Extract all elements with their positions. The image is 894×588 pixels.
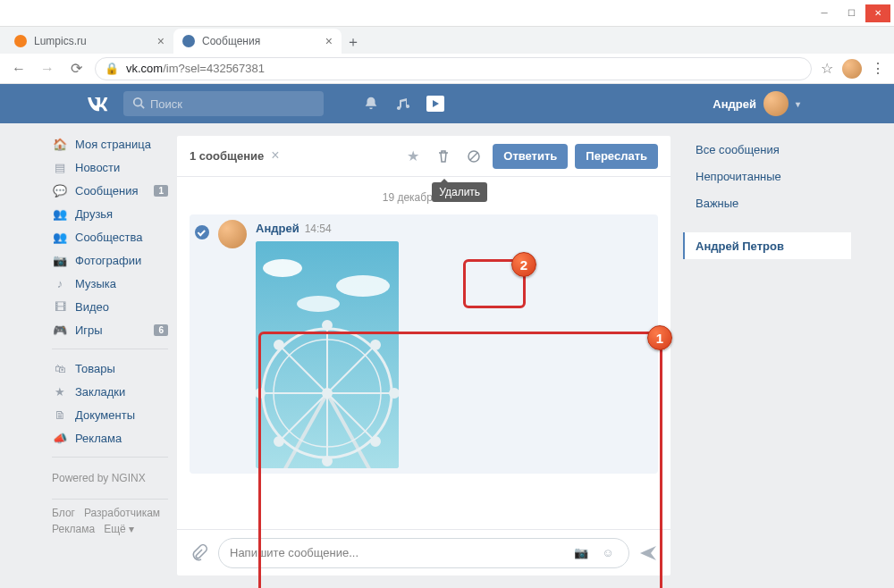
nav-label: Сообщества <box>75 231 143 244</box>
vk-user-menu[interactable]: Андрей ▾ <box>713 91 805 116</box>
svg-point-16 <box>371 340 380 349</box>
maximize-button[interactable]: ☐ <box>839 4 864 22</box>
close-tab-icon[interactable]: × <box>325 34 333 48</box>
selected-checkmark-icon[interactable] <box>195 225 209 239</box>
notifications-icon[interactable] <box>358 90 384 117</box>
forward-button[interactable]: Переслать <box>575 144 658 169</box>
compose-input[interactable]: Напишите сообщение... 📷 ☺ <box>218 538 629 568</box>
close-window-button[interactable]: ✕ <box>865 4 890 22</box>
favicon-icon <box>182 35 195 47</box>
nav-item-messages[interactable]: 💬Сообщения1 <box>46 179 173 202</box>
delete-action-icon[interactable]: Удалить <box>432 145 455 168</box>
filter-important[interactable]: Важные <box>683 189 851 216</box>
star-icon[interactable]: ☆ <box>821 60 833 77</box>
message-author[interactable]: Андрей <box>256 222 299 235</box>
nav-label: Сообщения <box>75 184 139 197</box>
vk-search-input[interactable]: Поиск <box>123 91 324 116</box>
svg-point-0 <box>134 97 142 105</box>
search-icon <box>132 97 145 112</box>
home-icon: 🏠 <box>52 136 68 152</box>
powered-by-text: Powered by NGINX <box>46 465 173 491</box>
camera-icon: 📷 <box>52 252 68 268</box>
svg-point-5 <box>263 259 302 277</box>
nav-item-bookmarks[interactable]: ★Закладки <box>46 380 173 403</box>
svg-point-20 <box>371 437 380 446</box>
left-nav: 🏠Моя страница ▤Новости 💬Сообщения1 👥Друз… <box>43 123 177 588</box>
nav-label: Музыка <box>75 277 116 290</box>
profile-avatar-icon[interactable] <box>842 59 862 79</box>
footer-links: Блог Разработчикам Реклама Ещё ▾ <box>46 507 173 535</box>
nav-item-music[interactable]: ♪Музыка <box>46 272 173 295</box>
market-icon: 🛍 <box>52 360 68 376</box>
footer-link[interactable]: Разработчикам <box>84 507 160 519</box>
avatar-icon[interactable] <box>218 220 247 248</box>
nav-item-my-page[interactable]: 🏠Моя страница <box>46 132 173 155</box>
video-icon: 🎞 <box>52 298 68 315</box>
nav-item-docs[interactable]: 🗎Документы <box>46 403 173 426</box>
active-conversation[interactable]: Андрей Петров <box>683 232 851 259</box>
footer-link[interactable]: Ещё ▾ <box>104 523 134 535</box>
star-icon: ★ <box>52 383 68 399</box>
tab-label: Сообщения <box>202 35 260 47</box>
message-row[interactable]: Андрей14:54 <box>190 214 658 474</box>
star-action-icon[interactable]: ★ <box>401 145 425 168</box>
svg-line-3 <box>470 153 477 160</box>
photo-icon[interactable]: 📷 <box>571 543 591 563</box>
minimize-button[interactable]: ─ <box>812 4 837 22</box>
selection-count: 1 сообщение <box>190 149 264 163</box>
svg-point-6 <box>336 275 390 297</box>
attach-icon[interactable] <box>190 543 209 563</box>
badge: 1 <box>154 185 168 197</box>
reply-button[interactable]: Ответить <box>493 144 568 169</box>
svg-point-7 <box>297 296 340 312</box>
spam-action-icon[interactable] <box>462 145 485 168</box>
emoji-icon[interactable]: ☺ <box>598 543 618 563</box>
browser-toolbar: ← → ⟳ 🔒 vk.com/im?sel=432567381 ☆ ⋮ <box>0 54 894 84</box>
delete-tooltip: Удалить <box>432 182 487 202</box>
attached-image[interactable] <box>256 241 399 468</box>
filter-unread[interactable]: Непрочитанные <box>683 163 851 189</box>
new-tab-button[interactable]: ＋ <box>342 30 365 54</box>
vk-logo-icon[interactable] <box>86 90 113 117</box>
footer-link[interactable]: Реклама <box>52 523 95 535</box>
browser-tab[interactable]: Lumpics.ru × <box>5 29 173 54</box>
nav-label: Игры <box>75 323 103 337</box>
nav-item-ads[interactable]: 📣Реклама <box>46 426 173 449</box>
svg-point-24 <box>274 437 283 446</box>
nav-label: Друзья <box>75 207 113 221</box>
right-column: Все сообщения Непрочитанные Важные Андре… <box>683 136 851 588</box>
reload-button[interactable]: ⟳ <box>66 59 86 79</box>
play-button-icon[interactable] <box>422 90 449 117</box>
menu-icon[interactable]: ⋮ <box>871 60 885 77</box>
nav-item-games[interactable]: 🎮Игры6 <box>46 318 173 341</box>
svg-point-26 <box>256 389 265 398</box>
footer-link[interactable]: Блог <box>52 507 75 519</box>
nav-item-photos[interactable]: 📷Фотографии <box>46 248 173 272</box>
nav-item-market[interactable]: 🛍Товары <box>46 357 173 380</box>
address-bar[interactable]: 🔒 vk.com/im?sel=432567381 <box>95 57 812 80</box>
clear-selection-icon[interactable]: × <box>271 147 279 164</box>
nav-label: Видео <box>75 300 109 314</box>
chevron-down-icon: ▾ <box>796 99 805 109</box>
url-host: vk.com <box>126 62 163 75</box>
nav-item-news[interactable]: ▤Новости <box>46 155 173 179</box>
news-icon: ▤ <box>52 159 68 175</box>
nav-item-friends[interactable]: 👥Друзья <box>46 202 173 225</box>
lock-icon: 🔒 <box>105 62 119 75</box>
nav-item-communities[interactable]: 👥Сообщества <box>46 225 173 248</box>
music-icon[interactable] <box>390 90 417 117</box>
forward-button[interactable]: → <box>38 59 57 79</box>
message-icon: 💬 <box>52 182 68 198</box>
send-icon[interactable] <box>638 543 658 563</box>
back-button[interactable]: ← <box>9 59 29 79</box>
messages-panel: 1 сообщение × ★ Удалить Ответить Пересла… <box>177 136 670 575</box>
close-tab-icon[interactable]: × <box>157 34 164 48</box>
nav-item-video[interactable]: 🎞Видео <box>46 295 173 318</box>
filter-all[interactable]: Все сообщения <box>683 136 851 163</box>
browser-tab[interactable]: Сообщения × <box>173 29 342 54</box>
community-icon: 👥 <box>52 229 68 245</box>
favicon-icon <box>14 35 27 47</box>
nav-label: Моя страница <box>75 138 151 151</box>
svg-point-22 <box>323 457 332 466</box>
nav-label: Реклама <box>75 432 122 445</box>
